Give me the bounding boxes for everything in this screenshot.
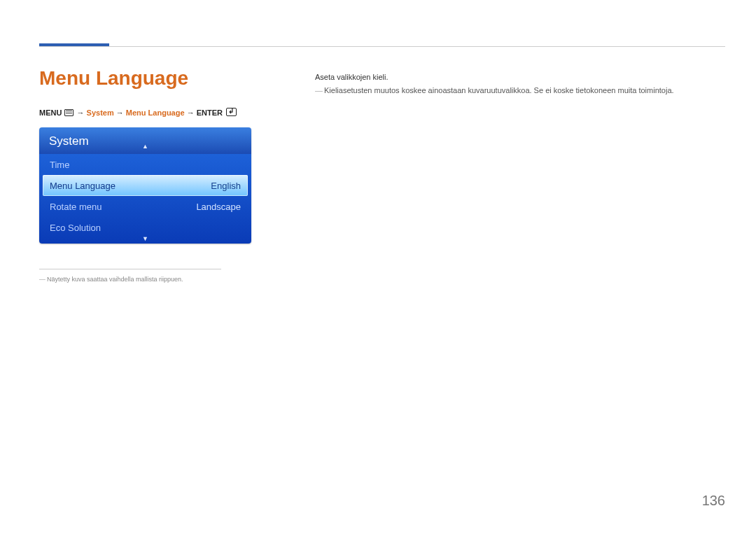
osd-row-label: Menu Language [50, 181, 115, 191]
osd-title: System [49, 134, 89, 148]
breadcrumb-system: System [87, 108, 114, 117]
menu-icon [64, 109, 74, 116]
breadcrumb: MENU → System → Menu Language → ENTER [39, 108, 237, 117]
list-item-menu-language[interactable]: Menu Language English [43, 175, 248, 196]
description-line-1: Aseta valikkojen kieli. [315, 73, 388, 81]
arrow-icon: → [187, 108, 195, 117]
arrow-icon: → [77, 108, 85, 117]
osd-row-value: English [211, 181, 241, 191]
list-item-time[interactable]: Time [43, 154, 248, 175]
osd-header: System ▲ [39, 127, 251, 154]
top-rule [39, 46, 725, 47]
chevron-down-icon[interactable]: ▼ [142, 235, 148, 242]
chevron-up-icon[interactable]: ▲ [142, 143, 148, 150]
description-line-2: Kieliasetusten muutos koskee ainoastaan … [315, 86, 714, 94]
osd-row-label: Rotate menu [50, 202, 102, 212]
arrow-icon: → [116, 108, 124, 117]
page-title: Menu Language [39, 67, 188, 90]
osd-row-label: Eco Solution [50, 223, 101, 233]
breadcrumb-enter: ENTER [197, 108, 223, 117]
list-item-rotate-menu[interactable]: Rotate menu Landscape [43, 196, 248, 217]
osd-row-value: Landscape [196, 202, 241, 212]
footnote: Näytetty kuva saattaa vaihdella mallista… [39, 276, 183, 283]
breadcrumb-menu: MENU [39, 108, 62, 117]
enter-icon [226, 108, 237, 116]
page-number: 136 [702, 493, 725, 509]
osd-menu: System ▲ Time Menu Language English Rota… [39, 127, 251, 244]
osd-row-label: Time [50, 160, 69, 170]
footnote-rule [39, 269, 221, 269]
breadcrumb-menu-language: Menu Language [126, 108, 185, 117]
osd-body: Time Menu Language English Rotate menu L… [39, 154, 251, 244]
